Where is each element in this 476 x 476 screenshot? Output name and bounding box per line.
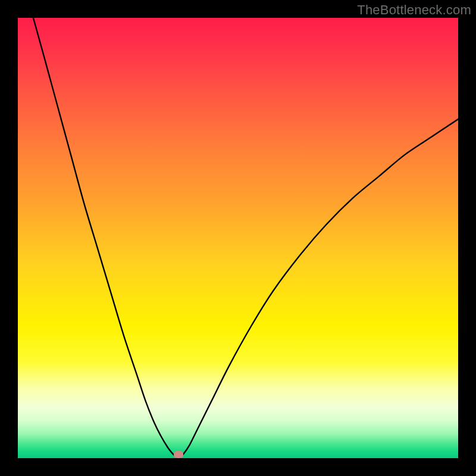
plot-area [18, 18, 458, 458]
bottleneck-curve [18, 18, 458, 458]
watermark-text: TheBottleneck.com [357, 2, 471, 18]
minimum-marker [174, 451, 183, 458]
chart-frame: TheBottleneck.com [0, 0, 476, 476]
